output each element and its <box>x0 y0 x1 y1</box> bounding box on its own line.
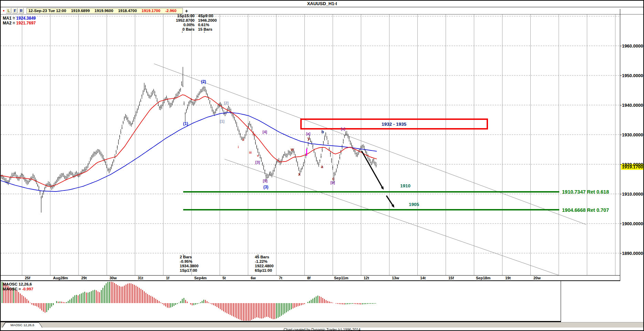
svg-text:ii: ii <box>242 138 244 142</box>
status-bar: Chart created by Dynamic Trader (c) 1996… <box>1 328 643 331</box>
svg-text:(1): (1) <box>183 121 188 126</box>
svg-text:[1]: [1] <box>220 119 225 123</box>
x-axis-label: 12t <box>364 276 369 280</box>
svg-text:1Sp15:00: 1Sp15:00 <box>177 14 195 18</box>
svg-text:1905: 1905 <box>409 202 419 207</box>
svg-text:iv: iv <box>253 133 256 136</box>
svg-text:1946.2000: 1946.2000 <box>198 18 217 22</box>
svg-text:2 Bars: 2 Bars <box>180 255 192 259</box>
oscillator-legend: MAOSC 12,26,6 MAOSC = -0.997 <box>3 282 33 291</box>
y-axis-label: 1890.0000 <box>622 251 643 256</box>
x-axis-label: 8f <box>307 276 311 280</box>
x-axis-label: 1f <box>166 276 169 280</box>
toolbar: ● L F R 12-Sep-23 Tue 12:00 1919.6899 19… <box>1 7 643 14</box>
tab-maosc-label: MAOSC 12,26,6 <box>2 323 42 328</box>
x-axis-label: 6w <box>251 276 256 280</box>
x-axis-label: 31t <box>138 276 143 280</box>
x-axis-label: Sep4m <box>194 276 207 280</box>
svg-text:↑: ↑ <box>182 253 184 258</box>
oscillator-panel[interactable]: MAOSC 12,26,6 MAOSC = -0.997 <box>1 281 561 322</box>
oscillator-value-label: MAOSC = <box>3 287 21 291</box>
oscillator-value: -0.997 <box>22 287 33 291</box>
y-axis-label: 1940.0000 <box>622 103 643 108</box>
time-axis[interactable]: 25fAug28m29t30w31t1fSep4m5t6w7t8fSep11m1… <box>1 275 620 281</box>
svg-text:1932 - 1935: 1932 - 1935 <box>382 122 407 127</box>
svg-text:[5]: [5] <box>263 179 268 183</box>
svg-text:↓: ↓ <box>181 29 183 34</box>
x-axis-label: 29t <box>81 276 87 280</box>
y-axis-label: 1900.0000 <box>622 221 643 226</box>
oscillator-title: MAOSC 12,26,6 <box>3 282 33 287</box>
x-axis-label: Aug28m <box>53 276 68 280</box>
y-axis-label: 1920.0000 <box>622 162 643 167</box>
line-tool-button[interactable]: L <box>6 8 11 13</box>
svg-text:a: a <box>321 164 323 169</box>
svg-text:(3): (3) <box>263 185 269 189</box>
gridlines <box>1 14 620 275</box>
svg-text:[3]: [3] <box>255 160 260 164</box>
channel-lines <box>154 64 586 275</box>
target-zone-box[interactable]: 1932 - 1935 <box>301 119 487 129</box>
svg-text:c: c <box>332 176 335 181</box>
quote-low: 1918.4700 <box>118 9 137 13</box>
svg-text:i: i <box>238 145 239 149</box>
svg-text:v: v <box>257 154 259 157</box>
tab-strip: MAOSC 12,26,6 <box>1 322 643 328</box>
price-axis[interactable]: 1919.1700 1960.00001950.00001940.0000193… <box>620 9 644 281</box>
svg-text:[b]: [b] <box>331 181 335 185</box>
svg-text:-1.22%: -1.22% <box>255 259 267 263</box>
svg-text:(2): (2) <box>201 79 206 84</box>
oscillator-svg <box>1 281 560 321</box>
crosshair-plus-icon[interactable]: + <box>185 8 188 14</box>
pivot-annotations: 1Sp15:001952.87000.00%0 Bars4Sp9:001946.… <box>176 14 307 272</box>
x-axis-label: 5t <box>222 276 226 280</box>
retracement-lines[interactable]: 1910.7347 Ret 0.61819101904.6668 Ret 0.7… <box>183 183 609 213</box>
svg-text:1922.4800: 1922.4800 <box>255 264 273 268</box>
fib-tool-button[interactable]: F <box>12 8 18 13</box>
svg-text:1934.3800: 1934.3800 <box>180 264 198 268</box>
quote-readout: 12-Sep-23 Tue 12:00 1919.6899 1919.9600 … <box>27 8 183 14</box>
price-chart-svg: 1910.7347 Ret 0.61819101904.6668 Ret 0.7… <box>1 14 620 275</box>
svg-text:y: y <box>308 136 310 141</box>
moving-averages <box>1 95 377 192</box>
price-bars <box>1 67 377 213</box>
svg-text:0.61%: 0.61% <box>198 23 209 27</box>
svg-text:↑: ↑ <box>257 253 259 258</box>
x-axis-label: Sep11m <box>334 276 349 280</box>
x-axis-label: 20w <box>533 276 541 280</box>
svg-text:1Sp17:00: 1Sp17:00 <box>180 268 197 272</box>
record-dot-icon: ● <box>3 9 4 12</box>
svg-text:[4]: [4] <box>262 130 267 134</box>
y-axis-label: 1960.0000 <box>622 43 643 49</box>
ma2-value: 1921.7697 <box>16 21 36 25</box>
svg-text:1910.7347 Ret 0.618: 1910.7347 Ret 0.618 <box>562 189 609 195</box>
svg-text:1910: 1910 <box>400 183 411 188</box>
svg-text:[c]: [c] <box>341 127 345 131</box>
ma1-label: MA1 = <box>3 16 15 21</box>
svg-text:6Sp11:00: 6Sp11:00 <box>255 268 272 272</box>
y-axis-label: 1930.0000 <box>622 132 643 137</box>
svg-text:1904.6668 Ret 0.707: 1904.6668 Ret 0.707 <box>562 207 609 213</box>
chart-title: XAUUSD_H1-I <box>1 1 643 7</box>
quote-open: 1919.6899 <box>71 9 90 13</box>
quote-high: 1919.9600 <box>95 9 113 13</box>
quote-last: 1919.1700 <box>142 9 160 13</box>
svg-text:0.00%: 0.00% <box>183 23 195 27</box>
oscillator-bars <box>2 282 376 321</box>
quote-change: -2.960 <box>165 9 177 13</box>
x-axis-label: 30w <box>110 276 117 280</box>
app-window: XAUUSD_H1-I ● L F R 12-Sep-23 Tue 12:00 … <box>0 0 644 331</box>
tab-maosc[interactable]: MAOSC 12,26,6 <box>2 322 43 328</box>
svg-text:iii: iii <box>249 151 252 154</box>
svg-text:w: w <box>290 147 294 152</box>
svg-text:[2]: [2] <box>224 101 229 105</box>
svg-text:b: b <box>321 130 324 134</box>
svg-text:x: x <box>298 172 301 177</box>
x-axis-label: 15f <box>448 276 454 280</box>
svg-text:[a]: [a] <box>306 132 310 136</box>
retracement-tool-button[interactable]: R <box>18 8 24 13</box>
x-axis-label: Sep18m <box>476 276 490 280</box>
svg-text:1952.8700: 1952.8700 <box>176 18 195 22</box>
price-chart-area[interactable]: 1910.7347 Ret 0.61819101904.6668 Ret 0.7… <box>1 14 620 275</box>
ma-legend: MA1 = 1924.3849 MA2 = 1921.7697 <box>3 16 36 25</box>
